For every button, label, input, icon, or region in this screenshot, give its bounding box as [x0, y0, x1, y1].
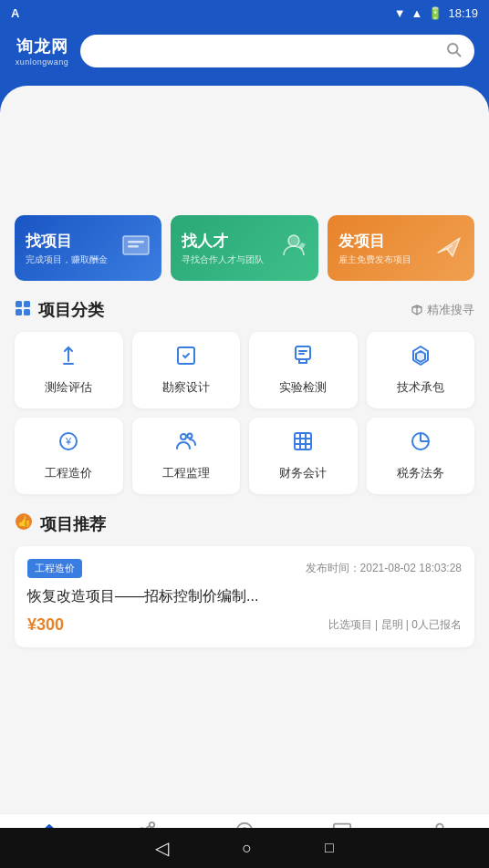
supervision-icon: [175, 430, 197, 458]
search-icon[interactable]: [445, 41, 462, 61]
project-footer: ¥300 比选项目 | 昆明 | 0人已报名: [27, 615, 462, 635]
svg-rect-8: [24, 301, 30, 307]
project-section-title: 项目推荐: [40, 513, 106, 535]
category-item-tech[interactable]: 技术承包: [367, 332, 475, 408]
project-tag: 工程造价: [27, 559, 82, 578]
svg-point-20: [181, 434, 186, 439]
search-input[interactable]: [93, 44, 438, 58]
signal-icon: ▲: [411, 6, 423, 20]
project-card-header: 工程造价 发布时间：2021-08-02 18:03:28: [27, 559, 462, 578]
wifi-icon: ▼: [394, 6, 406, 20]
banner-area: [15, 113, 474, 204]
post-project-content: 发项目 雇主免费发布项目: [338, 231, 411, 266]
header-curve: [0, 95, 489, 113]
status-bar: A ▼ ▲ 🔋 18:19: [0, 0, 489, 26]
post-project-icon: [434, 232, 463, 264]
back-button[interactable]: ◁: [155, 837, 169, 859]
cost-label: 工程造价: [45, 465, 92, 481]
carrier-label: A: [11, 6, 19, 20]
supervision-label: 工程监理: [162, 465, 210, 481]
main-content: 找项目 完成项目，赚取酬金 找人才 寻找合作人才与团队: [0, 113, 489, 786]
category-section-icon: [15, 300, 31, 321]
header: 询龙网 xunlongwang: [0, 26, 489, 95]
survey-design-icon: [175, 345, 197, 372]
logo-sub-text: xunlongwang: [16, 57, 69, 67]
find-project-icon: [121, 232, 151, 264]
svg-text:¥: ¥: [65, 436, 72, 447]
precision-search-label: 精准搜寻: [427, 302, 474, 318]
category-section-header: 项目分类 精准搜寻: [15, 299, 474, 321]
project-section-header: 👍 项目推荐: [15, 512, 474, 535]
finance-label: 财务会计: [279, 465, 327, 481]
find-talent-subtitle: 寻找合作人才与团队: [182, 253, 264, 266]
tech-icon: [410, 345, 432, 372]
category-item-lab[interactable]: 实验检测: [249, 332, 358, 408]
find-talent-content: 找人才 寻找合作人才与团队: [182, 231, 264, 266]
category-section-title: 项目分类: [38, 299, 104, 321]
svg-rect-9: [16, 309, 22, 315]
time-label: 18:19: [448, 6, 478, 20]
svg-line-1: [456, 52, 460, 56]
find-talent-title: 找人才: [182, 231, 264, 252]
survey-design-label: 勘察设计: [162, 379, 210, 396]
svg-rect-4: [128, 245, 139, 248]
tax-icon: [410, 430, 432, 458]
tech-label: 技术承包: [397, 379, 444, 396]
post-project-title: 发项目: [338, 231, 411, 252]
post-project-button[interactable]: 发项目 雇主免费发布项目: [328, 215, 474, 281]
home-button[interactable]: ○: [242, 839, 252, 858]
system-nav-bar: ◁ ○ □: [0, 828, 489, 868]
survey-label: 测绘评估: [45, 379, 92, 396]
project-card[interactable]: 工程造价 发布时间：2021-08-02 18:03:28 恢复改造项目——招标…: [15, 546, 474, 647]
logo-main-text: 询龙网: [16, 36, 68, 57]
lab-label: 实验检测: [279, 379, 327, 396]
lab-icon: [292, 345, 314, 372]
logo-area: 询龙网 xunlongwang: [15, 36, 69, 67]
post-project-subtitle: 雇主免费发布项目: [338, 253, 411, 266]
find-project-button[interactable]: 找项目 完成项目，赚取酬金: [15, 215, 161, 281]
category-item-cost[interactable]: ¥ 工程造价: [15, 418, 123, 494]
project-price: ¥300: [27, 615, 64, 635]
svg-point-21: [187, 434, 192, 439]
survey-icon: [57, 345, 79, 372]
finance-icon: [292, 430, 314, 458]
svg-text:👍: 👍: [17, 514, 31, 528]
project-recommend-section: 👍 项目推荐 工程造价 发布时间：2021-08-02 18:03:28 恢复改…: [15, 512, 474, 647]
project-title: 恢复改造项目——招标控制价编制...: [27, 587, 462, 606]
find-project-title: 找项目: [26, 231, 108, 252]
find-talent-icon: [280, 232, 307, 265]
recents-button[interactable]: □: [325, 840, 334, 856]
category-grid: 测绘评估 勘察设计 实验检测: [15, 332, 474, 494]
svg-rect-3: [128, 241, 144, 243]
tax-label: 税务法务: [397, 465, 444, 481]
find-project-subtitle: 完成项目，赚取酬金: [26, 253, 108, 266]
category-item-tax[interactable]: 税务法务: [367, 418, 475, 494]
category-title-area: 项目分类: [15, 299, 104, 321]
svg-rect-7: [16, 301, 22, 307]
status-right: ▼ ▲ 🔋 18:19: [394, 6, 478, 20]
precision-search-link[interactable]: 精准搜寻: [411, 302, 474, 318]
category-item-survey[interactable]: 测绘评估: [15, 332, 123, 408]
project-title-area: 👍 项目推荐: [15, 512, 106, 535]
cost-icon: ¥: [57, 430, 79, 458]
project-meta: 比选项目 | 昆明 | 0人已报名: [328, 617, 462, 633]
search-bar[interactable]: [80, 35, 474, 67]
action-buttons: 找项目 完成项目，赚取酬金 找人才 寻找合作人才与团队: [15, 215, 474, 281]
find-talent-button[interactable]: 找人才 寻找合作人才与团队: [171, 215, 317, 281]
category-item-supervision[interactable]: 工程监理: [132, 418, 241, 494]
battery-icon: 🔋: [428, 6, 442, 20]
svg-rect-10: [24, 309, 30, 315]
category-item-survey-design[interactable]: 勘察设计: [132, 332, 241, 408]
project-time: 发布时间：2021-08-02 18:03:28: [306, 561, 462, 576]
svg-point-5: [288, 235, 299, 246]
category-item-finance[interactable]: 财务会计: [249, 418, 358, 494]
svg-rect-22: [295, 433, 311, 450]
project-section-icon: 👍: [15, 512, 33, 535]
find-project-content: 找项目 完成项目，赚取酬金: [26, 231, 108, 266]
